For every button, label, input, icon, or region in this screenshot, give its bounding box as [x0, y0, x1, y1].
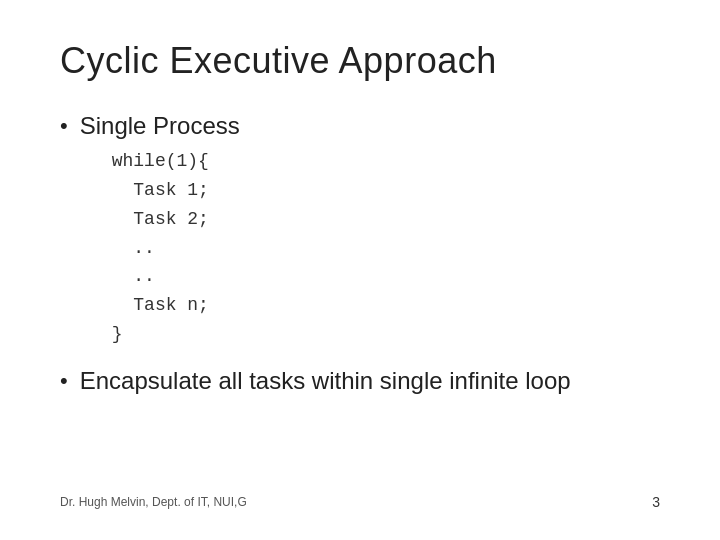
code-line-1: Task 1;: [112, 176, 240, 205]
code-line-3: ..: [112, 234, 240, 263]
slide-title: Cyclic Executive Approach: [60, 40, 660, 82]
bullet-item-1: • Single Process while(1){ Task 1; Task …: [60, 110, 660, 355]
bullet-dot-1: •: [60, 112, 68, 141]
bullet-text-1: Single Process: [80, 112, 240, 139]
bullet-item-2: • Encapsulate all tasks within single in…: [60, 365, 660, 396]
footer-credit: Dr. Hugh Melvin, Dept. of IT, NUI,G: [60, 495, 247, 509]
bullet-dot-2: •: [60, 367, 68, 396]
code-line-4: ..: [112, 262, 240, 291]
code-line-2: Task 2;: [112, 205, 240, 234]
code-block: while(1){ Task 1; Task 2; .. .. Task n; …: [112, 147, 240, 349]
code-line-6: }: [112, 320, 240, 349]
bullet-text-2: Encapsulate all tasks within single infi…: [80, 365, 571, 396]
code-line-0: while(1){: [112, 147, 240, 176]
footer-page-number: 3: [652, 494, 660, 510]
slide-footer: Dr. Hugh Melvin, Dept. of IT, NUI,G 3: [60, 484, 660, 510]
slide: Cyclic Executive Approach • Single Proce…: [0, 0, 720, 540]
bullet-list: • Single Process while(1){ Task 1; Task …: [60, 110, 660, 484]
code-line-5: Task n;: [112, 291, 240, 320]
bullet-content-1: Single Process while(1){ Task 1; Task 2;…: [80, 110, 240, 355]
